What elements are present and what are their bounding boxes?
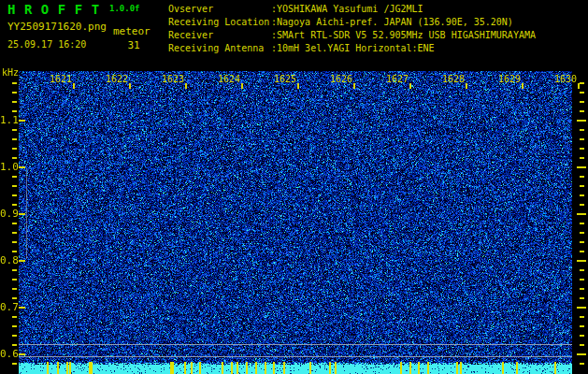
- freq-axis-label: 1.1: [0, 116, 18, 125]
- freq-minor-tick: [12, 251, 17, 252]
- meteor-echo-mark: [273, 362, 275, 374]
- freq-minor-tick-right: [580, 335, 584, 337]
- meteor-echo-mark: [47, 362, 49, 374]
- time-axis-label: 1624: [199, 75, 240, 84]
- freq-minor-tick-right: [580, 157, 584, 159]
- meteor-echo-mark: [265, 362, 266, 374]
- reference-line-lower: [19, 356, 572, 357]
- freq-minor-tick: [12, 129, 17, 131]
- meteor-echo-mark: [246, 362, 248, 374]
- freq-minor-tick: [12, 194, 17, 196]
- station-info-line: Receiving Antenna:10mH 3el.YAGI Horizont…: [168, 42, 536, 55]
- freq-minor-tick-right: [580, 82, 584, 84]
- freq-minor-tick-right: [580, 176, 584, 178]
- time-minute-tick: [353, 83, 355, 89]
- freq-major-tick-right: [577, 353, 586, 355]
- freq-minor-tick: [12, 157, 17, 159]
- time-minute-tick: [241, 83, 243, 89]
- meteor-echo-mark: [418, 362, 420, 374]
- meteor-echo-mark: [329, 362, 331, 374]
- session-datetime: 25.09.17 16:20: [7, 39, 86, 50]
- freq-minor-tick-right: [580, 232, 584, 234]
- freq-minor-tick-right: [580, 344, 584, 346]
- freq-minor-tick: [12, 316, 17, 318]
- time-axis-label: 1629: [480, 75, 521, 84]
- freq-minor-tick: [12, 110, 17, 112]
- freq-minor-tick-right: [580, 325, 584, 327]
- freq-minor-tick-right: [580, 363, 584, 365]
- meteor-echo-mark: [460, 362, 462, 374]
- freq-minor-tick-right: [580, 92, 584, 94]
- freq-minor-tick-right: [580, 110, 584, 112]
- time-minute-tick: [297, 83, 299, 89]
- station-info-line: Receiver:SMArt RTL-SDR V5 52.905MHz USB …: [168, 29, 536, 42]
- meteor-counter-label: meteor: [113, 25, 151, 37]
- freq-minor-tick: [12, 241, 17, 243]
- time-minute-tick: [409, 83, 411, 89]
- station-info-label: Receiving Antenna: [168, 42, 271, 55]
- freq-minor-tick: [12, 288, 17, 290]
- meteor-counter-value: 31: [115, 39, 152, 51]
- time-axis-label: 1622: [87, 75, 128, 84]
- time-axis-label: 1630: [536, 75, 577, 84]
- freq-major-tick: [19, 353, 25, 355]
- freq-major-tick-right: [577, 120, 586, 122]
- freq-minor-tick: [12, 344, 17, 346]
- meteor-echo-mark: [222, 362, 223, 374]
- time-axis-label: 1628: [423, 75, 465, 84]
- meteor-echo-mark: [91, 362, 93, 374]
- time-axis-label: 1626: [311, 75, 352, 84]
- meteor-echo-mark: [255, 362, 257, 374]
- time-minute-tick: [129, 83, 131, 89]
- station-info-label: Receiving Location: [168, 16, 271, 29]
- freq-minor-tick-right: [580, 288, 584, 290]
- app-title: HROFFT: [7, 2, 108, 17]
- meteor-echo-mark: [335, 362, 337, 374]
- freq-axis-label: 0.7: [0, 303, 18, 312]
- station-info-line: Receiving Location:Nagoya Aichi-pref. JA…: [168, 16, 536, 29]
- meteor-echo-mark: [66, 362, 68, 374]
- meteor-echo-mark: [57, 362, 59, 374]
- freq-minor-tick: [12, 185, 17, 187]
- meteor-echo-mark: [502, 362, 504, 374]
- meteor-echo-mark: [516, 362, 518, 374]
- meteor-echo-mark: [191, 362, 193, 374]
- meteor-echo-mark: [309, 362, 311, 374]
- station-info-block: Ovserver:YOSHIKAWA Yasufumi /JG2MLIRecei…: [168, 3, 536, 55]
- freq-minor-tick-right: [580, 251, 584, 252]
- freq-minor-tick: [12, 279, 17, 280]
- freq-minor-tick-right: [580, 223, 584, 224]
- freq-minor-tick: [12, 176, 17, 178]
- freq-minor-tick: [12, 148, 17, 150]
- freq-minor-tick: [12, 204, 17, 206]
- output-filename: YY2509171620.png: [7, 21, 107, 33]
- freq-major-tick-right: [577, 307, 586, 309]
- freq-major-tick: [19, 166, 25, 168]
- meteor-echo-mark: [237, 362, 238, 374]
- freq-minor-tick: [12, 363, 17, 365]
- time-axis-label: 1621: [31, 75, 72, 84]
- station-info-label: Receiver: [168, 29, 271, 42]
- freq-minor-tick-right: [580, 101, 584, 103]
- time-minute-tick: [522, 83, 523, 89]
- meteor-echo-mark: [409, 362, 411, 374]
- freq-minor-tick-right: [580, 129, 584, 131]
- left-edge-trace: [26, 168, 27, 259]
- freq-axis-label: 0.9: [0, 209, 18, 219]
- freq-minor-tick-right: [580, 148, 584, 150]
- freq-minor-tick-right: [580, 279, 584, 280]
- freq-minor-tick: [12, 223, 17, 224]
- station-info-value: :10mH 3el.YAGI Horizontal:ENE: [271, 43, 435, 53]
- freq-major-tick-right: [577, 260, 586, 262]
- station-info-value: :Nagoya Aichi-pref. JAPAN (136.90E, 35.2…: [271, 17, 513, 27]
- freq-major-tick: [19, 120, 25, 122]
- freq-minor-tick: [12, 92, 17, 94]
- freq-minor-tick: [12, 101, 17, 103]
- meteor-echo-mark: [69, 362, 71, 374]
- freq-major-tick: [19, 213, 25, 215]
- time-minute-tick: [185, 83, 187, 89]
- freq-minor-tick: [12, 297, 17, 299]
- station-info-value: :SMArt RTL-SDR V5 52.905MHz USB HIGASHIM…: [271, 30, 536, 40]
- freq-minor-tick-right: [580, 204, 584, 206]
- meteor-echo-mark: [172, 362, 174, 374]
